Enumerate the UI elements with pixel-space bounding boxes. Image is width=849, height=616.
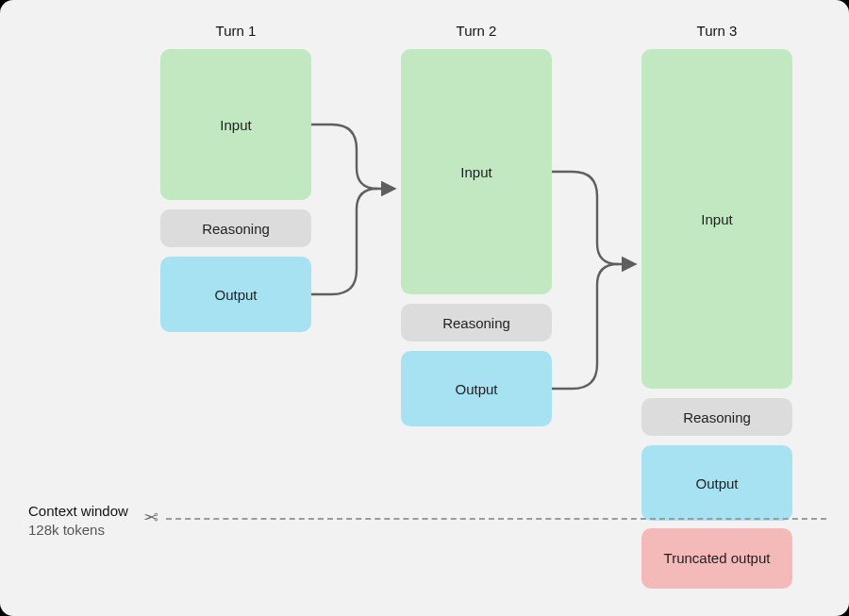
turn3-header: Turn 3 [641,23,792,39]
turn2-input-block: Input [401,49,552,294]
turn3-reasoning-block: Reasoning [641,398,792,436]
context-limit-line [166,518,826,520]
turn1-output-block: Output [160,257,311,332]
turn1-reasoning-block: Reasoning [160,209,311,247]
scissors-icon: ✂ [143,507,158,528]
turn1-input-block: Input [160,49,311,200]
turn2-output-block: Output [401,351,552,426]
context-window-title: Context window [28,502,128,521]
turn3-truncated-block: Truncated output [641,528,792,589]
turn3-output-block: Output [641,445,792,521]
context-window-label: Context window 128k tokens [28,502,128,541]
turn1-header: Turn 1 [160,23,311,39]
turn2-header: Turn 2 [401,23,552,39]
diagram-canvas: Turn 1 Turn 2 Turn 3 Input Reasoning Out… [0,0,849,616]
context-window-subtitle: 128k tokens [28,521,128,540]
turn2-reasoning-block: Reasoning [401,304,552,341]
turn3-input-block: Input [641,49,792,389]
